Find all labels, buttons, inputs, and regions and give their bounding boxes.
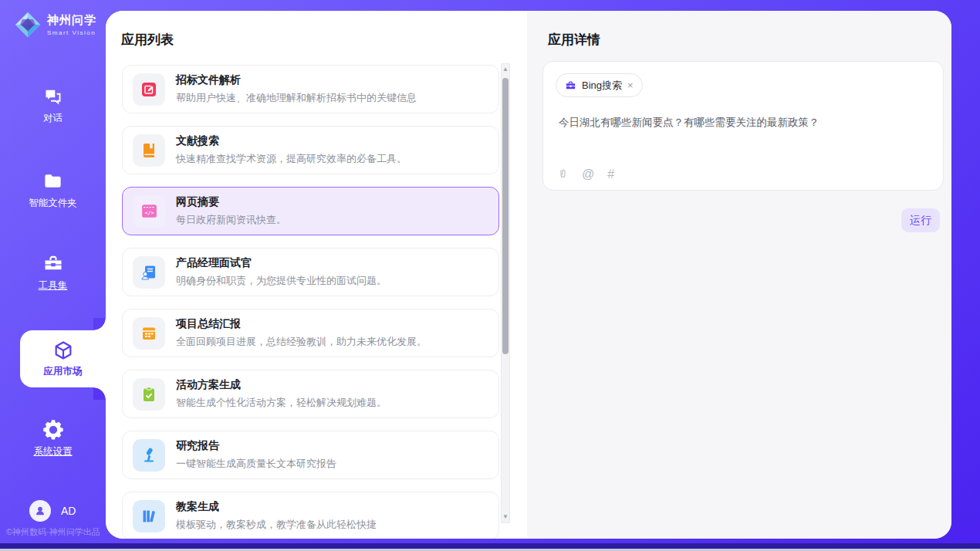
- chat-icon: [0, 85, 106, 106]
- book-icon: [133, 134, 165, 167]
- app-description: 模板驱动，教案秒成，教学准备从此轻松快捷: [176, 518, 377, 532]
- svg-text:</>: </>: [144, 210, 154, 216]
- tool-chip-bing-search[interactable]: Bing搜索 ×: [556, 73, 643, 97]
- copyright-footer: ©神州数码·神州问学出品: [6, 526, 100, 538]
- app-details-title: 应用详情: [548, 31, 600, 49]
- person-document-icon: [133, 256, 165, 289]
- clipboard-check-icon: [133, 378, 165, 411]
- folder-icon: [0, 170, 106, 191]
- app-title: 项目总结汇报: [176, 317, 427, 331]
- sidebar-item-settings[interactable]: 系统设置: [0, 418, 106, 458]
- browser-code-icon: </>: [133, 195, 165, 228]
- sidebar-item-label: 智能文件夹: [0, 197, 106, 210]
- hash-icon[interactable]: #: [607, 168, 614, 181]
- scroll-down-icon[interactable]: ▼: [502, 512, 509, 522]
- app-description: 快速精准查找学术资源，提高研究效率的必备工具。: [176, 152, 407, 166]
- microscope-icon: [133, 439, 165, 472]
- app-details-panel: 应用详情 Bing搜索 × 今日湖北有哪些新闻要点？有哪些需要关注的最新政策？ …: [527, 11, 951, 539]
- app-list-scrollbar[interactable]: ▲ ▼: [501, 63, 510, 523]
- app-title: 文献搜索: [176, 134, 407, 148]
- app-title: 教案生成: [176, 500, 377, 514]
- calendar-icon: [133, 317, 165, 350]
- app-description: 一键智能生成高质量长文本研究报告: [176, 457, 336, 471]
- app-description: 智能生成个性化活动方案，轻松解决规划难题。: [176, 396, 387, 410]
- diamond-logo-icon: [14, 11, 42, 39]
- app-card-project-summary[interactable]: 项目总结汇报 全面回顾项目进展，总结经验教训，助力未来优化发展。: [122, 309, 499, 357]
- cube-icon: [20, 339, 106, 362]
- person-icon: [34, 505, 46, 517]
- avatar: [29, 500, 51, 522]
- app-card-pm-interviewer[interactable]: 产品经理面试官 明确身份和职责，为您提供专业性的面试问题。: [122, 248, 499, 296]
- sidebar-item-label: 应用市场: [20, 365, 106, 378]
- scroll-up-icon[interactable]: ▲: [502, 64, 509, 75]
- user-account[interactable]: AD: [29, 500, 76, 522]
- sidebar-item-app-market[interactable]: 应用市场: [20, 330, 106, 387]
- app-description: 明确身份和职责，为您提供专业性的面试问题。: [176, 274, 387, 288]
- briefcase-icon: [565, 79, 576, 91]
- brand-name: 神州问学: [47, 13, 96, 28]
- close-icon[interactable]: ×: [627, 80, 634, 90]
- app-card-literature-search[interactable]: 文献搜索 快速精准查找学术资源，提高研究效率的必备工具。: [122, 126, 499, 174]
- app-card-research-report[interactable]: 研究报告 一键智能生成高质量长文本研究报告: [122, 431, 499, 479]
- sidebar-item-toolset[interactable]: 工具集: [0, 252, 106, 292]
- app-list-panel: 应用列表 招标文件解析 帮助用户快速、准确地理解和解析招标书中的关键信息: [106, 11, 527, 539]
- main-content: 应用列表 招标文件解析 帮助用户快速、准确地理解和解析招标书中的关键信息: [106, 11, 951, 539]
- app-card-web-summary[interactable]: </> 网页摘要 每日政府新闻资讯快查。: [122, 187, 499, 235]
- app-title: 活动方案生成: [176, 378, 387, 392]
- sidebar-item-label: 对话: [0, 112, 106, 125]
- pen-square-icon: [133, 73, 165, 106]
- app-card-lesson-plan[interactable]: 教案生成 模板驱动，教案秒成，教学准备从此轻松快捷: [122, 492, 499, 539]
- mention-icon[interactable]: @: [582, 168, 594, 181]
- toolbox-icon: [0, 252, 106, 274]
- composer-toolbar: @ #: [557, 167, 614, 181]
- sidebar-item-label: 系统设置: [0, 445, 106, 458]
- app-list: 招标文件解析 帮助用户快速、准确地理解和解析招标书中的关键信息 文献搜索 快速精…: [122, 65, 499, 539]
- sidebar: 神州问学 Smart Vision 对话 智能文件夹 工具集: [0, 0, 106, 551]
- app-description: 帮助用户快速、准确地理解和解析招标书中的关键信息: [176, 91, 417, 105]
- sidebar-item-label: 工具集: [0, 279, 106, 292]
- app-list-title: 应用列表: [121, 31, 174, 49]
- books-icon: [133, 500, 165, 532]
- app-title: 网页摘要: [176, 195, 286, 209]
- brand-subtitle: Smart Vision: [47, 29, 96, 36]
- paperclip-icon[interactable]: [557, 167, 569, 181]
- question-input[interactable]: 今日湖北有哪些新闻要点？有哪些需要关注的最新政策？: [559, 116, 928, 130]
- run-button[interactable]: 运行: [901, 208, 940, 232]
- app-title: 产品经理面试官: [176, 256, 387, 270]
- app-card-bid-analysis[interactable]: 招标文件解析 帮助用户快速、准确地理解和解析招标书中的关键信息: [122, 65, 499, 113]
- window-bottom-bar: [0, 543, 980, 549]
- app-card-activity-plan[interactable]: 活动方案生成 智能生成个性化活动方案，轻松解决规划难题。: [122, 370, 499, 418]
- sidebar-item-chat[interactable]: 对话: [0, 85, 106, 125]
- gear-icon: [0, 418, 106, 440]
- composer-card[interactable]: Bing搜索 × 今日湖北有哪些新闻要点？有哪些需要关注的最新政策？ @ #: [542, 61, 944, 191]
- user-initials: AD: [61, 505, 76, 517]
- sidebar-item-smart-folder[interactable]: 智能文件夹: [0, 170, 106, 210]
- tool-chip-label: Bing搜索: [582, 79, 622, 93]
- app-description: 每日政府新闻资讯快查。: [176, 213, 286, 227]
- app-title: 研究报告: [176, 439, 336, 453]
- app-description: 全面回顾项目进展，总结经验教训，助力未来优化发展。: [176, 335, 427, 349]
- app-title: 招标文件解析: [176, 73, 417, 87]
- brand-logo: 神州问学 Smart Vision: [14, 11, 96, 39]
- scrollbar-thumb[interactable]: [502, 78, 509, 354]
